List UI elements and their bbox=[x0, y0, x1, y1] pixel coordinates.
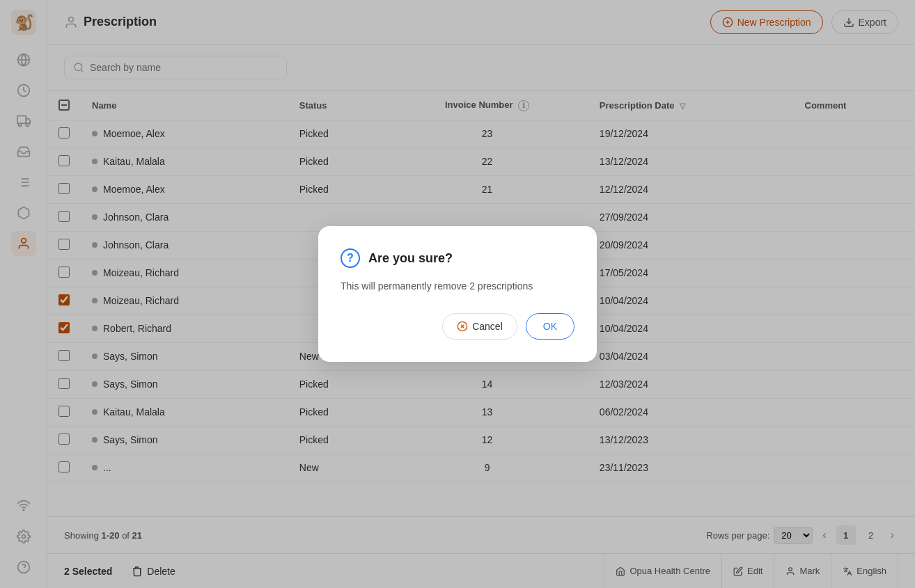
modal-body: This will permanently remove 2 prescript… bbox=[341, 279, 574, 294]
cancel-button[interactable]: Cancel bbox=[442, 313, 517, 340]
cancel-icon bbox=[457, 321, 468, 332]
question-icon: ? bbox=[341, 248, 360, 268]
modal-title: Are you sure? bbox=[368, 251, 453, 266]
confirmation-modal: ? Are you sure? This will permanently re… bbox=[318, 226, 597, 362]
modal-actions: Cancel OK bbox=[341, 313, 574, 340]
modal-header: ? Are you sure? bbox=[341, 248, 574, 268]
ok-button[interactable]: OK bbox=[526, 313, 574, 340]
modal-overlay[interactable]: ? Are you sure? This will permanently re… bbox=[0, 0, 915, 588]
